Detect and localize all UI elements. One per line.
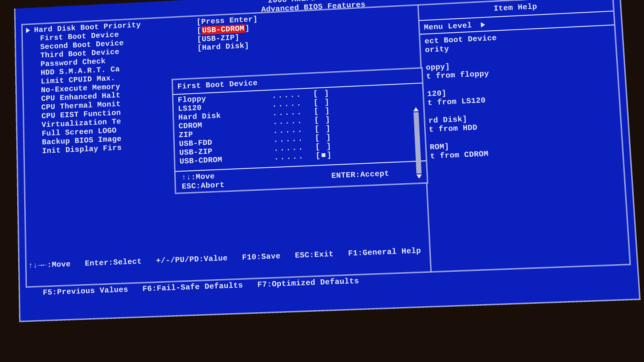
- option-radio[interactable]: [ ]: [314, 124, 332, 134]
- option-radio[interactable]: [ ]: [314, 115, 332, 125]
- scroll-down-icon[interactable]: [416, 174, 422, 179]
- option-radio[interactable]: [ ]: [314, 106, 332, 116]
- option-radio[interactable]: [ ]: [313, 89, 331, 99]
- option-radio[interactable]: [ ]: [315, 142, 333, 152]
- cursor-triangle-icon: [26, 28, 30, 33]
- scroll-up-icon[interactable]: [413, 107, 418, 111]
- dialog-option-list: Floppy.....[ ]LS120.....[ ]Hard Disk....…: [173, 85, 426, 170]
- footer-line-2: F5:Previous Values F6:Fail-Safe Defaults…: [28, 266, 628, 298]
- option-radio[interactable]: [■]: [316, 151, 334, 160]
- hint-accept: ENTER:Accept: [331, 169, 390, 180]
- footer-line-1: ↑↓→←:Move Enter:Select +/-/PU/PD:Value F…: [28, 238, 626, 270]
- bios-screen: 2008 Award Software Advanced BIOS Featur…: [14, 0, 640, 322]
- help-text: ect Boot Deviceority oppy]t from floppy …: [424, 28, 618, 161]
- option-radio[interactable]: [ ]: [315, 133, 333, 143]
- menu-level-arrow-icon: [481, 22, 485, 27]
- option-dots: .....: [274, 151, 316, 162]
- option-radio[interactable]: [ ]: [313, 98, 332, 107]
- first-boot-device-dialog[interactable]: First Boot Device Floppy.....[ ]LS120...…: [172, 67, 428, 194]
- menu-level-label: Menu Level: [424, 21, 472, 32]
